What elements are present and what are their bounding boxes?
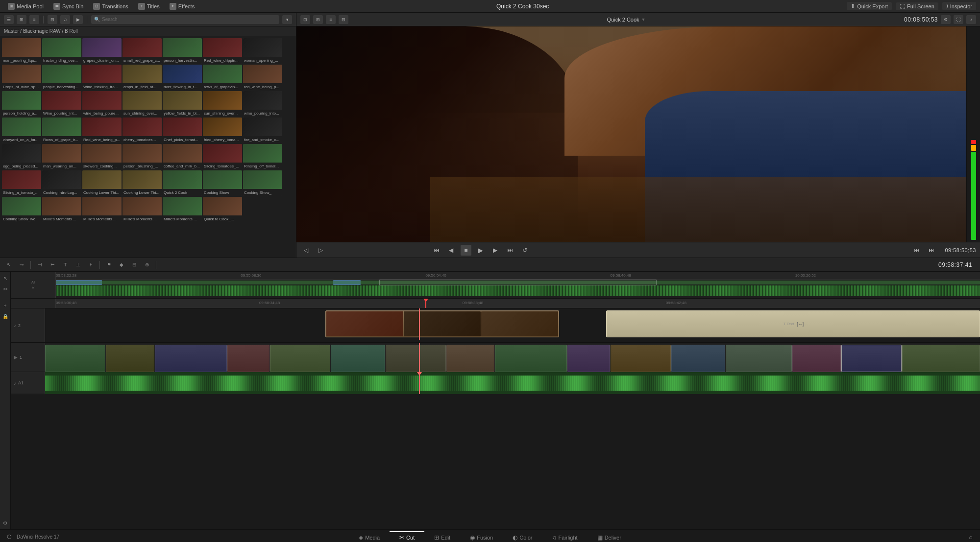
v2-text-clip[interactable]: T Text [↔] xyxy=(606,310,980,337)
search-box[interactable]: 🔍 Search xyxy=(91,15,279,24)
media-thumb-25[interactable]: Chef_picks_tomat... xyxy=(163,118,202,143)
media-thumb-9[interactable]: Wine_trickling_fro... xyxy=(82,65,122,90)
tool-add-track[interactable]: + xyxy=(1,301,10,310)
media-thumb-34[interactable]: Rinsing_off_tomat... xyxy=(243,144,282,169)
media-thumb-32[interactable]: coffee_and_milk_b... xyxy=(163,144,202,169)
menu-media-pool[interactable]: ⊞ Media Pool xyxy=(4,2,48,11)
v1-clip-f[interactable] xyxy=(331,345,385,372)
metadata-button[interactable]: ⊟ xyxy=(48,15,57,24)
media-thumb-39[interactable]: Quick 2 Cook xyxy=(163,170,202,196)
tab-cut[interactable]: ✂ Cut xyxy=(390,531,424,542)
media-thumb-18[interactable]: yellow_fields_in_bl... xyxy=(163,91,202,117)
media-thumb-23[interactable]: Red_wine_being_p... xyxy=(82,118,122,143)
viewer-settings[interactable]: ⚙ xyxy=(941,15,951,24)
skip-prev-button[interactable]: ⏮ xyxy=(911,245,922,256)
menu-effects[interactable]: ✦ Effects xyxy=(166,2,198,11)
menu-sync-bin[interactable]: ⇄ Sync Bin xyxy=(49,2,87,11)
v1-clip-i[interactable] xyxy=(495,345,567,372)
media-thumb-21[interactable]: vineyard_on_a_far... xyxy=(2,118,41,143)
v1-clip-c[interactable] xyxy=(155,345,227,372)
tl-insert-button[interactable]: ⊣ xyxy=(35,260,45,269)
tool-lock[interactable]: 🔒 xyxy=(1,312,10,321)
media-thumb-41[interactable]: Cooking Show_ xyxy=(243,170,282,196)
media-thumb-5[interactable]: Red_wine_drippin... xyxy=(203,38,242,64)
media-thumb-43[interactable]: Millie's Moments ... xyxy=(42,197,81,222)
media-thumb-8[interactable]: people_harvesting... xyxy=(42,65,81,90)
viewer-tool1[interactable]: ⊡ xyxy=(300,15,310,24)
media-thumb-22[interactable]: Rows_of_grape_tr... xyxy=(42,118,81,143)
media-thumb-44[interactable]: Millie's Moments ... xyxy=(82,197,122,222)
media-thumb-40[interactable]: Cooking Show xyxy=(203,170,242,196)
tl-select-tool[interactable]: ↖ xyxy=(4,260,14,269)
media-thumb-11[interactable]: river_flowing_in_t... xyxy=(163,65,202,90)
v2-clip-1[interactable] xyxy=(325,310,559,337)
menu-transitions[interactable]: ⊡ Transitions xyxy=(89,2,132,11)
media-thumb-19[interactable]: sun_shining_over... xyxy=(203,91,242,117)
loop-button[interactable]: ↺ xyxy=(519,245,530,256)
home-button[interactable]: ⌂ xyxy=(965,532,976,542)
v1-clip-b[interactable] xyxy=(106,345,154,372)
viewer-clip-name[interactable]: Quick 2 Cook ▼ xyxy=(607,17,646,23)
next-frame-button[interactable]: ▶ xyxy=(490,245,501,256)
skip-next-button[interactable]: ⏭ xyxy=(926,245,937,256)
viewer-tool2[interactable]: ⊞ xyxy=(313,15,323,24)
media-thumb-16[interactable]: wine_being_poure... xyxy=(82,91,122,117)
v1-clip-l[interactable] xyxy=(671,345,726,372)
tl-overwrite-button[interactable]: ⊢ xyxy=(48,260,57,269)
tool-select[interactable]: ↖ xyxy=(1,274,10,283)
mark-in-button[interactable]: ◁ xyxy=(300,245,311,256)
tl-ripple-button[interactable]: ⊤ xyxy=(60,260,70,269)
audio-button[interactable]: ♫ xyxy=(60,15,70,24)
media-thumb-26[interactable]: fried_cherry_toma... xyxy=(203,118,242,143)
full-screen-button[interactable]: ⛶ Full Screen xyxy=(896,2,938,10)
media-thumb-30[interactable]: skewers_cooking... xyxy=(82,144,122,169)
v1-clip-j[interactable] xyxy=(567,345,610,372)
v1-clip-n[interactable] xyxy=(792,345,841,372)
media-thumb-3[interactable]: small_red_grape_c... xyxy=(122,38,162,64)
media-thumb-0[interactable]: man_pouring_liqu... xyxy=(2,38,41,64)
play-button[interactable]: ▶ xyxy=(475,245,486,256)
media-thumb-27[interactable]: fire_and_smoke_c... xyxy=(243,118,282,143)
prev-frame-button[interactable]: ◀ xyxy=(446,245,457,256)
viewer-audio[interactable]: ♪ xyxy=(966,15,976,24)
media-thumb-2[interactable]: grapes_cluster_on... xyxy=(82,38,122,64)
skip-start-button[interactable]: ⏮ xyxy=(431,245,442,256)
tab-color[interactable]: ◐ Color xyxy=(503,531,542,542)
media-thumb-17[interactable]: sun_shining_over... xyxy=(122,91,162,117)
tl-replace-button[interactable]: ⊥ xyxy=(73,260,83,269)
media-thumb-29[interactable]: man_wearing_an... xyxy=(42,144,81,169)
tl-trim-tool[interactable]: ⊸ xyxy=(17,260,26,269)
tl-snap-button[interactable]: ⊟ xyxy=(129,260,139,269)
tl-top-tail-button[interactable]: ⊦ xyxy=(86,260,96,269)
sort-button[interactable]: ≡ xyxy=(29,15,39,24)
media-thumb-46[interactable]: Millie's Moments ... xyxy=(163,197,202,222)
media-thumb-37[interactable]: Cooking Lower Thi... xyxy=(82,170,122,196)
filter-button[interactable]: ▾ xyxy=(282,15,292,24)
media-thumb-38[interactable]: Cooking Lower Thi... xyxy=(122,170,162,196)
v1-clip-h[interactable] xyxy=(446,345,495,372)
menu-titles[interactable]: T Titles xyxy=(134,2,164,11)
tab-media[interactable]: ◈ Media xyxy=(349,531,390,542)
nav-range[interactable] xyxy=(379,280,657,285)
media-thumb-33[interactable]: Slicing_tomatoes_... xyxy=(203,144,242,169)
media-thumb-36[interactable]: Cooking Intro Log... xyxy=(42,170,81,196)
media-thumb-42[interactable]: Cooking Show_lvc xyxy=(2,197,41,222)
video-button[interactable]: ▶ xyxy=(73,15,83,24)
skip-end-button[interactable]: ⏭ xyxy=(505,245,515,256)
mark-out-button[interactable]: ▷ xyxy=(315,245,326,256)
media-thumb-15[interactable]: Wine_pouring_int... xyxy=(42,91,81,117)
v1-clip-g[interactable] xyxy=(386,345,446,372)
viewer-tool4[interactable]: ⊟ xyxy=(339,15,348,24)
v1-clip-k[interactable] xyxy=(611,345,671,372)
tool-blade[interactable]: ✂ xyxy=(1,284,10,293)
v1-clip-m[interactable] xyxy=(726,345,792,372)
v1-clip-p[interactable] xyxy=(902,345,980,372)
media-thumb-47[interactable]: Quick to Cook_... xyxy=(203,197,242,222)
media-thumb-10[interactable]: crops_in_field_at... xyxy=(122,65,162,90)
media-thumb-35[interactable]: Slicing_a_tomato_... xyxy=(2,170,41,196)
viewer-fullscreen[interactable]: ⛶ xyxy=(954,15,963,24)
tl-marker-button[interactable]: ◆ xyxy=(117,260,126,269)
media-thumb-14[interactable]: person_holding_a... xyxy=(2,91,41,117)
v1-clip-d[interactable] xyxy=(227,345,270,372)
tab-edit[interactable]: ⊞ Edit xyxy=(424,531,460,542)
